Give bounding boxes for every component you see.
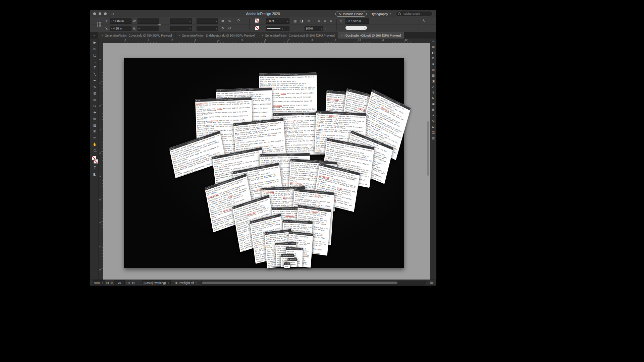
corner-radius-field[interactable]: ▴▾ 0.1667 in: [345, 18, 369, 24]
zoom-window-button[interactable]: [104, 12, 107, 15]
rotate-90-cw-icon[interactable]: ↻: [221, 26, 224, 31]
scissors-tool[interactable]: ✂: [92, 104, 98, 109]
pages-panel-icon[interactable]: ▤: [432, 45, 435, 49]
formatting-affects-text-icon[interactable]: T: [92, 165, 98, 170]
chevron-down-icon[interactable]: ∨: [126, 282, 127, 284]
zoom-tool[interactable]: [92, 148, 98, 153]
expand-panels-icon[interactable]: «: [432, 40, 434, 43]
view-mode-icon[interactable]: ◧: [92, 172, 98, 177]
flip-horizontal-icon[interactable]: ⇄: [221, 18, 224, 23]
text-wrap-panel-icon[interactable]: ◎: [432, 119, 435, 123]
horizontal-scrollbar[interactable]: [201, 281, 426, 285]
vertical-scrollbar-thumb[interactable]: [427, 121, 429, 176]
stepper-icon[interactable]: ▴▾: [139, 28, 140, 29]
preflight-status[interactable]: Preflight off ∨: [175, 281, 197, 285]
flip-vertical-icon[interactable]: ⇅: [228, 18, 231, 23]
object-styles-panel-icon[interactable]: ▣: [432, 102, 435, 106]
effects-icon[interactable]: ▥: [293, 18, 297, 23]
paragraph-panel-icon[interactable]: ¶: [432, 91, 434, 94]
tab-close-icon[interactable]: ×: [341, 34, 343, 37]
page-number-field[interactable]: 76: [114, 280, 125, 285]
control-panel-menu-icon[interactable]: ☰: [430, 18, 433, 23]
type-tool[interactable]: T: [92, 65, 98, 70]
select-container-icon[interactable]: P: [237, 18, 240, 23]
links-panel-icon[interactable]: ⧉: [432, 57, 434, 60]
swatches-panel-icon[interactable]: ▦: [432, 74, 435, 77]
workspace-switcher[interactable]: Typography ∨: [371, 12, 391, 16]
constrain-proportions-icon[interactable]: ∞: [158, 22, 161, 27]
more-options-icon[interactable]: ›: [325, 26, 326, 31]
color-panel-icon[interactable]: ▨: [432, 68, 435, 71]
stock-search-input[interactable]: [402, 12, 430, 16]
align-panel-icon[interactable]: ⊟: [432, 125, 435, 128]
style-dropdown[interactable]: ∨: [345, 26, 367, 30]
chevron-down-icon[interactable]: ∨: [216, 27, 217, 30]
pathfinder-panel-icon[interactable]: ◫: [432, 131, 435, 134]
note-tool[interactable]: ✉: [92, 129, 98, 134]
layers-panel-icon[interactable]: ◧: [432, 51, 435, 54]
ruler-corner[interactable]: [99, 39, 103, 43]
stroke-weight-field[interactable]: ▴▾ 0 pt ∨: [266, 18, 289, 24]
selection-tool[interactable]: ▶: [92, 40, 98, 45]
chevron-down-icon[interactable]: ∨: [282, 27, 283, 30]
horizontal-ruler[interactable]: 0123456789101112: [103, 39, 430, 43]
vertical-ruler[interactable]: 0123456789: [99, 43, 103, 280]
chevron-down-icon[interactable]: ∨: [321, 27, 322, 30]
eyedropper-tool[interactable]: ✑: [92, 135, 98, 140]
minimize-button[interactable]: [99, 12, 101, 15]
chevron-down-icon[interactable]: ∨: [190, 27, 191, 30]
align-left-icon[interactable]: ≡: [318, 18, 320, 23]
pen-tool[interactable]: ✒: [92, 78, 98, 83]
scale-x-field[interactable]: ∨: [170, 18, 192, 24]
height-field[interactable]: ▴▾: [138, 26, 159, 31]
scale-y-field[interactable]: ∨: [170, 26, 192, 31]
cc-libraries-panel-icon[interactable]: ▥: [432, 136, 435, 140]
drop-shadow-icon[interactable]: ◨: [300, 18, 303, 23]
x-position-field[interactable]: ▴▾ 12.84 in: [110, 18, 131, 24]
paragraph-styles-panel-icon[interactable]: ≣: [432, 108, 435, 111]
previous-page-button[interactable]: ◀: [111, 282, 112, 284]
corner-options-icon[interactable]: ◇: [340, 18, 342, 23]
tools-collapse-icon[interactable]: »: [93, 34, 95, 37]
align-right-icon[interactable]: ≡: [330, 18, 332, 23]
document-tab[interactable]: × GenerativeFiction_Endsheets.indd @ 50%…: [175, 32, 259, 39]
stepper-icon[interactable]: ▴▾: [139, 20, 140, 22]
spread-view-icon[interactable]: ⧉: [430, 281, 433, 285]
next-page-button[interactable]: ▶: [128, 282, 130, 284]
direct-selection-tool[interactable]: ▷: [92, 46, 98, 51]
opacity-field[interactable]: 100% ∨: [305, 26, 323, 31]
gradient-swatch-tool[interactable]: ▧: [92, 116, 98, 121]
page-tool[interactable]: ▢: [92, 53, 98, 58]
character-styles-panel-icon[interactable]: a: [432, 114, 434, 117]
gpu-performance-icon[interactable]: ϟ: [423, 18, 425, 23]
gradient-feather-tool[interactable]: ▨: [92, 123, 98, 128]
width-field[interactable]: ▴▾: [138, 18, 159, 24]
chevron-down-icon[interactable]: ∨: [190, 20, 191, 22]
zoom-level-dropdown[interactable]: 90% ∨: [93, 280, 105, 285]
rotate-90-ccw-icon[interactable]: ↺: [228, 26, 231, 31]
document-tab[interactable]: × GenerativeFiction_Cover.indd @ 75% [GP…: [98, 32, 175, 39]
preflight-profile-dropdown[interactable]: [Basic] (working) ∨: [142, 280, 171, 285]
character-panel-icon[interactable]: A: [432, 85, 434, 88]
line-tool[interactable]: ╲: [92, 72, 98, 77]
align-center-icon[interactable]: ≡: [324, 18, 326, 23]
hand-tool[interactable]: ✋: [92, 142, 98, 147]
horizontal-scrollbar-thumb[interactable]: [202, 282, 397, 284]
rotation-angle-field[interactable]: ∨: [197, 18, 218, 24]
y-position-field[interactable]: ▴▾ 4.38 in: [110, 26, 131, 31]
pencil-tool[interactable]: ✎: [92, 84, 98, 89]
fill-color-swatch[interactable]: [255, 26, 259, 30]
stroke-swatch[interactable]: [94, 159, 98, 164]
tab-close-icon[interactable]: ×: [101, 34, 103, 37]
stroke-type-dropdown[interactable]: ∨: [266, 26, 289, 31]
tab-close-icon[interactable]: ×: [261, 34, 263, 37]
effects-panel-icon[interactable]: fx: [432, 97, 434, 100]
stepper-icon[interactable]: ▴▾: [111, 20, 112, 22]
chevron-down-icon[interactable]: ∨: [216, 20, 217, 22]
tab-close-icon[interactable]: ×: [178, 34, 180, 37]
document-tab[interactable]: × GenerativeFiction_Content.indd @ 50% […: [258, 32, 338, 39]
first-page-button[interactable]: |◀: [106, 282, 108, 284]
canvas[interactable]: pouyaText.txt — Edited Fragile renegade …: [103, 43, 430, 280]
shear-angle-field[interactable]: ∨: [197, 26, 218, 31]
fx-icon[interactable]: fx: [308, 18, 310, 23]
